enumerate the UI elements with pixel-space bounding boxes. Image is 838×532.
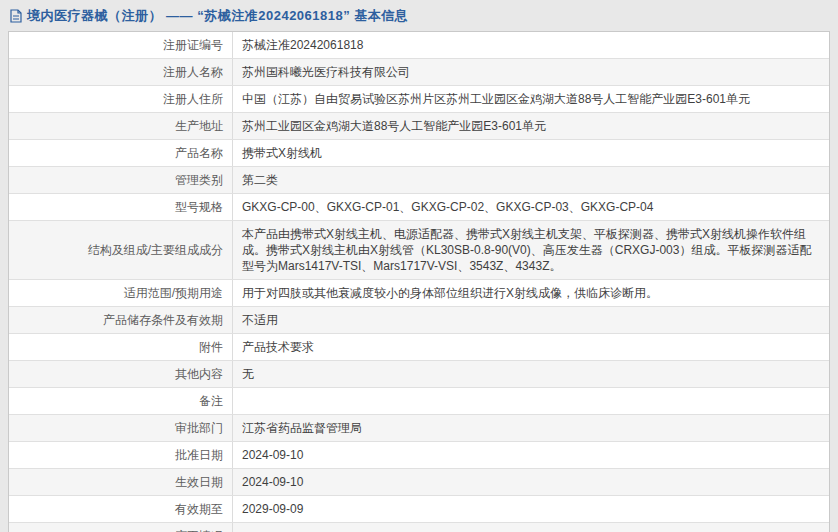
table-row: 产品储存条件及有效期不适用 bbox=[9, 307, 829, 334]
table-row: 注册人名称苏州国科曦光医疗科技有限公司 bbox=[9, 59, 829, 86]
row-label: 产品储存条件及有效期 bbox=[9, 307, 233, 333]
row-label: 适用范围/预期用途 bbox=[9, 280, 233, 306]
info-table: 注册证编号苏械注准20242061818注册人名称苏州国科曦光医疗科技有限公司注… bbox=[8, 31, 830, 532]
row-label: 批准日期 bbox=[9, 442, 233, 468]
document-icon bbox=[10, 9, 22, 23]
row-label: 有效期至 bbox=[9, 496, 233, 522]
row-label: 生产地址 bbox=[9, 113, 233, 139]
row-value: 携带式X射线机 bbox=[233, 140, 829, 166]
table-row: 其他内容无 bbox=[9, 361, 829, 388]
row-label: 管理类别 bbox=[9, 167, 233, 193]
row-value-text: 2024-09-10 bbox=[242, 447, 303, 463]
row-value-text: 苏州工业园区金鸡湖大道88号人工智能产业园E3-601单元 bbox=[242, 118, 546, 134]
row-label-text: 有效期至 bbox=[175, 501, 223, 517]
row-value: 中国（江苏）自由贸易试验区苏州片区苏州工业园区金鸡湖大道88号人工智能产业园E3… bbox=[233, 86, 829, 112]
row-label-text: 管理类别 bbox=[175, 172, 223, 188]
row-label-text: 注册人住所 bbox=[163, 91, 223, 107]
row-value-text: 苏州国科曦光医疗科技有限公司 bbox=[242, 64, 410, 80]
table-row: 附件产品技术要求 bbox=[9, 334, 829, 361]
row-value: 2024-09-10 bbox=[233, 442, 829, 468]
row-label-text: 备注 bbox=[199, 393, 223, 409]
row-label-text: 注册证编号 bbox=[163, 37, 223, 53]
row-value: 本产品由携带式X射线主机、电源适配器、携带式X射线主机支架、平板探测器、携带式X… bbox=[233, 221, 829, 279]
row-label: 变更情况 bbox=[9, 523, 233, 532]
row-label-text: 注册人名称 bbox=[163, 64, 223, 80]
row-value-text: 苏械注准20242061818 bbox=[242, 37, 363, 53]
row-label: 审批部门 bbox=[9, 415, 233, 441]
row-label: 其他内容 bbox=[9, 361, 233, 387]
row-value-text: 不适用 bbox=[242, 312, 278, 328]
row-value: 用于对四肢或其他衰减度较小的身体部位组织进行X射线成像，供临床诊断用。 bbox=[233, 280, 829, 306]
row-value bbox=[233, 388, 829, 414]
row-value-text: 江苏省药品监督管理局 bbox=[242, 420, 362, 436]
row-label: 附件 bbox=[9, 334, 233, 360]
row-value-text: 2024-09-10 bbox=[242, 474, 303, 490]
table-row: 审批部门江苏省药品监督管理局 bbox=[9, 415, 829, 442]
row-value bbox=[233, 523, 829, 532]
row-value: 第二类 bbox=[233, 167, 829, 193]
row-label-text: 生效日期 bbox=[175, 474, 223, 490]
table-row: 生效日期2024-09-10 bbox=[9, 469, 829, 496]
row-label: 产品名称 bbox=[9, 140, 233, 166]
row-value: 2029-09-09 bbox=[233, 496, 829, 522]
table-row: 批准日期2024-09-10 bbox=[9, 442, 829, 469]
row-label-text: 型号规格 bbox=[175, 199, 223, 215]
row-label: 备注 bbox=[9, 388, 233, 414]
table-row: 适用范围/预期用途用于对四肢或其他衰减度较小的身体部位组织进行X射线成像，供临床… bbox=[9, 280, 829, 307]
row-value-text: 第二类 bbox=[242, 172, 278, 188]
row-label-text: 适用范围/预期用途 bbox=[124, 285, 223, 301]
table-row: 结构及组成/主要组成成分本产品由携带式X射线主机、电源适配器、携带式X射线主机支… bbox=[9, 221, 829, 280]
row-label: 注册证编号 bbox=[9, 32, 233, 58]
row-value-text: 用于对四肢或其他衰减度较小的身体部位组织进行X射线成像，供临床诊断用。 bbox=[242, 285, 658, 301]
row-label-text: 结构及组成/主要组成成分 bbox=[88, 242, 223, 258]
table-row: 注册人住所中国（江苏）自由贸易试验区苏州片区苏州工业园区金鸡湖大道88号人工智能… bbox=[9, 86, 829, 113]
row-label-text: 生产地址 bbox=[175, 118, 223, 134]
row-label: 注册人名称 bbox=[9, 59, 233, 85]
table-row: 型号规格GKXG-CP-00、GKXG-CP-01、GKXG-CP-02、GKX… bbox=[9, 194, 829, 221]
page-title: 境内医疗器械（注册） —— “苏械注准20242061818” 基本信息 bbox=[27, 7, 408, 25]
row-value-text: 本产品由携带式X射线主机、电源适配器、携带式X射线主机支架、平板探测器、携带式X… bbox=[242, 226, 820, 274]
row-value: 不适用 bbox=[233, 307, 829, 333]
row-label: 型号规格 bbox=[9, 194, 233, 220]
row-value-text: 2029-09-09 bbox=[242, 501, 303, 517]
row-value: GKXG-CP-00、GKXG-CP-01、GKXG-CP-02、GKXG-CP… bbox=[233, 194, 829, 220]
row-value: 苏州国科曦光医疗科技有限公司 bbox=[233, 59, 829, 85]
page-header: 境内医疗器械（注册） —— “苏械注准20242061818” 基本信息 bbox=[0, 0, 838, 31]
row-value-text: GKXG-CP-00、GKXG-CP-01、GKXG-CP-02、GKXG-CP… bbox=[242, 199, 653, 215]
row-value: 2024-09-10 bbox=[233, 469, 829, 495]
table-row: 备注 bbox=[9, 388, 829, 415]
row-label: 结构及组成/主要组成成分 bbox=[9, 221, 233, 279]
row-value: 江苏省药品监督管理局 bbox=[233, 415, 829, 441]
row-value: 苏州工业园区金鸡湖大道88号人工智能产业园E3-601单元 bbox=[233, 113, 829, 139]
row-label: 注册人住所 bbox=[9, 86, 233, 112]
row-label: 生效日期 bbox=[9, 469, 233, 495]
table-row: 有效期至2029-09-09 bbox=[9, 496, 829, 523]
table-row: 管理类别第二类 bbox=[9, 167, 829, 194]
row-value: 无 bbox=[233, 361, 829, 387]
row-label-text: 审批部门 bbox=[175, 420, 223, 436]
row-value-text: 中国（江苏）自由贸易试验区苏州片区苏州工业园区金鸡湖大道88号人工智能产业园E3… bbox=[242, 91, 750, 107]
row-value-text: 产品技术要求 bbox=[242, 339, 314, 355]
row-label-text: 产品储存条件及有效期 bbox=[103, 312, 223, 328]
row-label-text: 其他内容 bbox=[175, 366, 223, 382]
row-value: 产品技术要求 bbox=[233, 334, 829, 360]
table-row: 变更情况 bbox=[9, 523, 829, 532]
row-label-text: 产品名称 bbox=[175, 145, 223, 161]
table-row: 注册证编号苏械注准20242061818 bbox=[9, 32, 829, 59]
row-value-text: 携带式X射线机 bbox=[242, 145, 322, 161]
table-row: 产品名称携带式X射线机 bbox=[9, 140, 829, 167]
row-label-text: 附件 bbox=[199, 339, 223, 355]
page: 境内医疗器械（注册） —— “苏械注准20242061818” 基本信息 注册证… bbox=[0, 0, 838, 532]
table-row: 生产地址苏州工业园区金鸡湖大道88号人工智能产业园E3-601单元 bbox=[9, 113, 829, 140]
row-label-text: 批准日期 bbox=[175, 447, 223, 463]
row-value: 苏械注准20242061818 bbox=[233, 32, 829, 58]
row-label-text: 变更情况 bbox=[175, 528, 223, 532]
row-value-text: 无 bbox=[242, 366, 254, 382]
